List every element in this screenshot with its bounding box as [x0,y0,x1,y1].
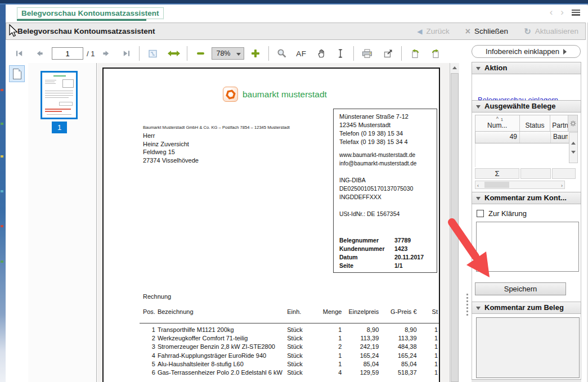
taskbar-fragment [1,225,3,227]
rotate-left-button[interactable] [408,46,421,61]
vendor-address: Münsteraner Straße 7-1212345 Musterstadt… [339,113,409,146]
text-line: Telefon (0 19 38) 15 34 [339,129,409,138]
text-line: INGDDEFFXXX [339,193,413,201]
taskbar-fragment [1,89,3,91]
invoice-item-cell: 518,37 [380,368,418,376]
invoice-item-cell: 1 [317,323,343,334]
invoice-item-cell: 1 [418,323,439,334]
fit-page-button[interactable] [146,46,159,61]
close-icon: × [465,26,470,37]
section-title: Ausgewählte Belege [484,102,555,110]
invoice-column-header: Menge [317,308,343,323]
panel-splitter-handle[interactable] [466,294,469,318]
taskbar-fragment [1,260,3,263]
next-page-icon [102,50,110,57]
column-header-nummer[interactable]: ^ 1 Num... [475,115,520,131]
section-title: Kommentar zum Beleg [484,303,564,312]
hand-tool-button[interactable] [315,46,328,61]
save-button[interactable]: Speichern [475,282,566,295]
back-button-label: Zurück [426,27,449,35]
nav-back-chevron-icon[interactable]: ‹ [550,7,553,18]
meta-value: 20.11.2017 [394,253,424,262]
hscrollbar-thumb[interactable] [484,182,509,188]
invoice-item-cell: 6 [140,368,156,376]
zoom-tool-button[interactable] [275,46,289,61]
menu-hamburger-icon[interactable] [572,10,580,16]
belege-table-vscrollbar[interactable] [569,132,578,163]
infobereich-collapse-button[interactable]: Infobereich einklappen [472,45,581,58]
close-button[interactable]: × Schließen [465,26,508,37]
sort-order-number: 1 [501,117,503,122]
beleg-comment-textarea[interactable] [476,317,580,378]
scroll-right-button[interactable]: › [561,183,563,188]
belege-sum-row: Σ [475,168,578,179]
page-number-input[interactable] [52,47,83,60]
column-header-partner[interactable]: Partn [550,115,568,131]
zoom-out-button[interactable] [194,46,207,61]
belege-table-hscrollbar[interactable]: ‹ › [475,181,565,189]
caret-up-icon [452,66,457,69]
scroll-up-button[interactable] [450,63,459,72]
fit-width-button[interactable] [167,46,181,61]
page-thumbnail[interactable] [41,71,78,119]
section-header-ausgewaehlte-belege[interactable]: Ausgewählte Belege [472,100,581,113]
open-external-button[interactable] [381,46,395,61]
first-page-button[interactable] [12,46,26,61]
print-button[interactable] [360,46,374,61]
zoom-level-select[interactable]: 78% [212,47,244,60]
konto-comment-textarea[interactable] [476,222,579,272]
belege-table-empty-area [475,143,578,167]
zoom-in-button[interactable] [249,46,262,61]
thumbnail-panel: 1 [28,63,97,382]
meta-value: 1423 [394,245,407,253]
rotate-right-icon [430,49,442,59]
invoice-item-cell: Gas-Terrassenheizer Polo 2.0 Edelstahl 6… [156,368,286,376]
thumbnails-panel-toggle[interactable] [9,65,25,82]
belege-table-row[interactable]: 49 Baum [475,132,578,143]
previous-page-button[interactable] [33,46,46,61]
text-select-tool-button[interactable] [334,46,347,61]
invoice-item-row: 1Transporthilfe M1121 200kgStück18,908,9… [140,323,439,334]
previous-page-icon [35,50,44,57]
zur-klaerung-label: Zur Klärung [488,209,527,218]
nav-forward-chevron-icon[interactable]: › [560,7,564,18]
background-window-strip [0,5,6,382]
vendor-web: www.baumarkt-musterstadt.deinfo@baumarkt… [339,151,416,168]
scroll-down-button[interactable] [571,154,576,161]
text-line: Münsteraner Straße 7-12 [339,113,409,121]
invoice-item-cell: Stück [286,351,317,359]
back-button[interactable]: ◀ Zurück [417,27,450,35]
invoice-page: baumarkt musterstadt Baumarkt Musterstad… [102,68,440,382]
tab-belegvorschau[interactable]: Belegvorschau Kontoumsatzassistent [17,7,164,19]
last-page-icon [122,50,131,57]
section-header-kommentar-beleg[interactable]: Kommentar zum Beleg [472,302,581,314]
background-window-titlebar [0,0,588,5]
gear-icon [570,120,576,127]
page-title: Belegvorschau Kontoumsatzassistent [17,27,155,35]
scroll-left-button[interactable]: ‹ [477,183,479,188]
window-controls: ‹ › [550,7,580,18]
section-title: Kommentar zum Kont... [484,194,567,202]
invoice-item-cell: 5 [140,359,156,368]
app-window: Belegvorschau Kontoumsatzassistent ‹ › B… [0,0,588,382]
rotate-right-button[interactable] [429,46,443,61]
zur-klaerung-checkbox[interactable] [477,210,484,217]
collapse-button-label: Infobereich einklappen [486,47,559,56]
text-line: info@baumarkt-musterstadt.de [339,159,416,168]
scroll-up-button[interactable] [571,134,576,142]
table-settings-button[interactable] [568,115,577,131]
section-header-kommentar-konto[interactable]: Kommentar zum Kont... [472,192,581,204]
refresh-button[interactable]: ↻ Aktualisieren [524,26,578,37]
column-header-status[interactable]: Status [520,115,551,131]
document-type-label: Rechnung [143,293,171,300]
scrollbar-thumb[interactable] [451,73,459,382]
invoice-item-cell: 1 [418,343,439,351]
next-page-button[interactable] [99,46,113,61]
last-page-button[interactable] [119,46,133,61]
autofocus-button[interactable]: AF [294,46,308,61]
invoice-column-header: G-Preis € [380,308,418,323]
section-header-aktion[interactable]: Aktion [472,62,581,74]
meta-row: Datum20.11.2017 [339,253,424,262]
text-line: 12345 Musterstadt [339,121,409,129]
document-scrollbar[interactable] [450,63,459,382]
